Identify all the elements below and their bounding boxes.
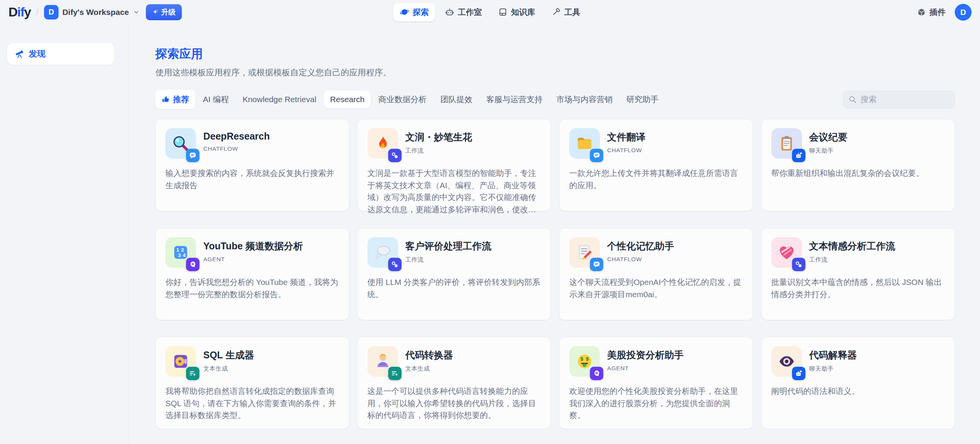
category-tab-6[interactable]: 团队提效 — [434, 90, 479, 109]
app-grid: 1234 $$ DeepResearch CHATFLOW — [155, 119, 955, 429]
app-type-badge — [792, 149, 805, 162]
text-generation-badge-icon — [391, 369, 399, 377]
app-info: 美股投资分析助手 AGENT — [607, 346, 684, 377]
chatflow-badge-icon — [593, 260, 601, 268]
app-name: YouTube 频道数据分析 — [203, 240, 303, 252]
app-type-badge — [186, 258, 199, 271]
app-card-head: 1234 $$ 美股投资分析助手 AGENT — [569, 346, 743, 377]
app-info: 客户评价处理工作流 工作流 — [405, 237, 492, 268]
sidebar-item-discover[interactable]: 发现 — [7, 43, 114, 65]
app-info: 个性化记忆助手 CHATFLOW — [607, 237, 674, 268]
app-card[interactable]: 1234 $$ 代码转换器 文本生成 — [358, 337, 551, 429]
app-info: YouTube 频道数据分析 AGENT — [203, 237, 303, 268]
app-card[interactable]: 1234 $$ 文件翻译 CHATFLOW — [559, 119, 753, 211]
app-card[interactable]: 1234 $$ 会议纪要 聊天助手 帮 — [761, 119, 955, 211]
cube-icon — [917, 8, 926, 17]
workflow-badge-icon — [391, 260, 399, 268]
category-label: 客服与运营支持 — [486, 94, 542, 105]
app-type: AGENT — [607, 365, 684, 372]
chatflow-badge-icon — [189, 151, 197, 159]
app-card[interactable]: 1234 $$ 文润・妙笔生花 工作流 — [358, 119, 551, 211]
app-name: 文件翻译 — [607, 131, 645, 143]
app-type: 文本生成 — [203, 365, 254, 373]
category-tab-8[interactable]: 市场与内容营销 — [550, 90, 619, 109]
eye-icon — [778, 353, 795, 370]
app-card-head: 1234 $$ 个性化记忆助手 CHATFLOW — [569, 237, 743, 268]
svg-text:$: $ — [586, 356, 589, 362]
app-card[interactable]: 1234 $$ 个性化记忆助手 CHATFLOW — [559, 228, 753, 320]
category-tabs: 推荐 AI 编程 Knowledge Retrieval Research 商业… — [155, 90, 665, 109]
nav-tab-tools[interactable]: 工具 — [545, 3, 587, 21]
app-card[interactable]: 1234 $$ 客户评价处理工作流 工作流 — [358, 228, 551, 320]
app-card-head: 1234 $$ 会议纪要 聊天助手 — [771, 128, 945, 159]
nav-tab-label: 工具 — [564, 7, 580, 18]
workspace-selector[interactable]: D Dify's Workspace — [44, 5, 140, 20]
plugins-label: 插件 — [929, 7, 946, 18]
app-type-badge — [590, 149, 603, 162]
app-name: 美股投资分析助手 — [607, 349, 684, 361]
plugins-button[interactable]: 插件 — [917, 7, 946, 18]
app-icon: 1234 $$ — [569, 237, 600, 268]
nav-tab-label: 工作室 — [458, 7, 482, 18]
dify-logo: Dify — [8, 5, 31, 20]
category-label: 研究助手 — [626, 94, 658, 105]
app-name: 文润・妙笔生花 — [405, 131, 472, 143]
main-nav: 探索 工作室 知识库 工具 — [393, 3, 587, 21]
technologist-icon — [374, 353, 392, 370]
chevron-down-icon — [133, 9, 140, 16]
upgrade-button[interactable]: 升级 — [146, 4, 182, 20]
category-tab-4[interactable]: Research — [324, 91, 371, 108]
app-type-badge — [388, 149, 402, 162]
app-icon: 1234 $$ — [165, 346, 196, 377]
app-name: 代码解释器 — [809, 349, 857, 361]
search-box[interactable] — [843, 91, 955, 108]
book-icon — [498, 7, 508, 17]
app-icon: 1234 $$ — [771, 128, 802, 159]
category-tab-3[interactable]: Knowledge Retrieval — [237, 91, 323, 108]
user-avatar[interactable]: D — [955, 4, 972, 21]
app-card[interactable]: 1234 $$ SQL 生成器 文本生成 — [155, 337, 349, 429]
app-card-head: 1234 $$ 文件翻译 CHATFLOW — [569, 128, 743, 159]
app-card[interactable]: 1234 $$ DeepResearch CHATFLOW — [155, 119, 349, 211]
category-label: AI 编程 — [203, 94, 229, 105]
nav-tab-explore[interactable]: 探索 — [393, 3, 435, 21]
app-icon: 1234 $$ — [165, 237, 196, 268]
app-card-head: 1234 $$ 文润・妙笔生花 工作流 — [368, 128, 541, 159]
category-tab-9[interactable]: 研究助手 — [620, 90, 665, 109]
category-tab-2[interactable]: AI 编程 — [197, 90, 235, 109]
app-type: 聊天助手 — [809, 365, 857, 373]
app-description: 阐明代码的语法和语义。 — [771, 385, 945, 397]
app-card[interactable]: 1234 $$ 代码解释器 聊天助手 — [761, 337, 955, 429]
app-info: 会议纪要 聊天助手 — [809, 128, 848, 159]
category-label: 市场与内容营销 — [556, 94, 612, 105]
app-card[interactable]: 1234 $$ 文本情感分析工作流 工作流 — [761, 228, 955, 320]
app-icon: 1234 $$ — [771, 346, 802, 377]
app-card-head: 1234 $$ 代码解释器 聊天助手 — [771, 346, 945, 377]
app-icon: 1234 $$ — [368, 346, 398, 377]
app-card[interactable]: 1234 $$ YouTube 频道数据分析 AGENT — [155, 228, 349, 320]
nav-tab-knowledge[interactable]: 知识库 — [492, 3, 542, 21]
app-card[interactable]: 1234 $$ 美股投资分析助手 AGENT — [559, 337, 753, 429]
app-type: CHATFLOW — [607, 256, 674, 263]
app-card-head: 1234 $$ 文本情感分析工作流 工作流 — [771, 237, 945, 268]
search-input[interactable] — [860, 94, 949, 104]
nav-tab-label: 知识库 — [511, 7, 535, 18]
category-tab-1[interactable]: 推荐 — [155, 90, 195, 109]
workspace-name: Dify's Workspace — [62, 8, 129, 17]
workspace-initial-badge: D — [44, 5, 59, 20]
app-name: 会议纪要 — [809, 131, 848, 143]
app-info: 代码解释器 聊天助手 — [809, 346, 857, 377]
category-tab-7[interactable]: 客服与运营支持 — [480, 90, 549, 109]
app-icon: 1234 $$ — [569, 128, 600, 159]
app-type: 聊天助手 — [809, 147, 848, 155]
clipboard-icon — [778, 135, 795, 152]
category-label: 团队提效 — [440, 94, 472, 105]
app-name: DeepResearch — [203, 131, 270, 142]
category-tab-5[interactable]: 商业数据分析 — [372, 90, 433, 109]
app-icon: 1234 $$ — [165, 128, 196, 159]
category-label: Knowledge Retrieval — [243, 95, 317, 104]
nav-tab-studio[interactable]: 工作室 — [438, 3, 488, 21]
app-type: CHATFLOW — [607, 147, 645, 154]
app-type-badge — [186, 367, 199, 380]
app-type: 工作流 — [405, 256, 492, 264]
